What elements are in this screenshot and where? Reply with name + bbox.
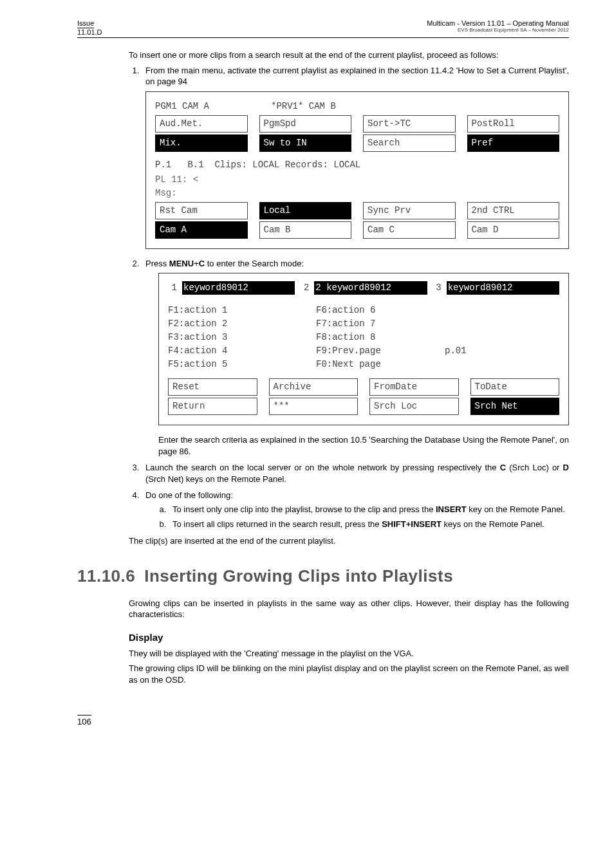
step2-c: C bbox=[199, 259, 205, 268]
issue-label: Issue bbox=[77, 19, 94, 28]
btn-stars[interactable]: *** bbox=[269, 398, 358, 415]
btn-cam-a[interactable]: Cam A bbox=[155, 221, 248, 239]
action-f4[interactable]: F4:action 4 bbox=[168, 344, 316, 358]
step4b-b: keys on the Remote Panel. bbox=[442, 519, 544, 529]
kw-field1[interactable]: keyword89012 bbox=[182, 281, 295, 295]
display-subheading: Display bbox=[129, 632, 569, 643]
btn-audmet[interactable]: Aud.Met. bbox=[155, 115, 248, 133]
step-2: Press MENU+C to enter the Search mode: 1… bbox=[142, 258, 569, 457]
step-4a: To insert only one clip into the playlis… bbox=[169, 504, 569, 515]
btn-return[interactable]: Return bbox=[168, 398, 257, 415]
kw-field2[interactable]: 2 keyword89012 bbox=[314, 281, 427, 295]
step2-menu: MENU bbox=[169, 259, 194, 268]
step4-text: Do one of the following: bbox=[145, 490, 233, 500]
display-paragraph-1: They will be displayed with the 'Creatin… bbox=[129, 648, 569, 660]
btn-srch-loc[interactable]: Srch Loc bbox=[369, 398, 459, 415]
section-title: Inserting Growing Clips into Playlists bbox=[144, 566, 453, 586]
btn-reset[interactable]: Reset bbox=[168, 378, 257, 396]
btn-archive[interactable]: Archive bbox=[269, 378, 358, 396]
section-number: 11.10.6 bbox=[77, 566, 135, 586]
btn-local[interactable]: Local bbox=[259, 202, 352, 219]
step-1: From the main menu, activate the current… bbox=[142, 65, 569, 249]
page-number: 106 bbox=[77, 715, 91, 726]
section-intro: Growing clips can be inserted in playlis… bbox=[129, 598, 569, 620]
action-f9[interactable]: F9:Prev.page bbox=[316, 344, 445, 358]
btn-fromdate[interactable]: FromDate bbox=[369, 378, 459, 396]
conclusion-paragraph: The clip(s) are inserted at the end of t… bbox=[129, 535, 569, 547]
kw-field2-prefix: 2 bbox=[300, 281, 309, 295]
msg-line: Msg: bbox=[155, 187, 559, 200]
btn-cam-d[interactable]: Cam D bbox=[467, 221, 560, 239]
action-f2[interactable]: F2:action 2 bbox=[168, 317, 316, 331]
step-4b: To insert all clips returned in the sear… bbox=[169, 519, 569, 530]
after-panel2-note: Enter the search criteria as explained i… bbox=[158, 434, 569, 457]
step2-post: to enter the Search mode: bbox=[205, 259, 304, 268]
step3-key-d: D bbox=[563, 463, 569, 472]
kw-field3[interactable]: keyword89012 bbox=[447, 281, 559, 295]
panel-head-mid: *PRV1* CAM B bbox=[271, 100, 336, 113]
btn-pgmspd[interactable]: PgmSpd bbox=[259, 115, 352, 133]
step2-plus: + bbox=[194, 259, 199, 268]
step4a-a: To insert only one clip into the playlis… bbox=[172, 504, 436, 514]
page-header: Issue 11.01.D Multicam - Version 11.01 –… bbox=[77, 19, 569, 38]
step4a-key: INSERT bbox=[436, 504, 467, 514]
btn-2nd-ctrl[interactable]: 2nd CTRL bbox=[467, 202, 560, 219]
doc-subtitle: EVS Broadcast Equipment SA – November 20… bbox=[427, 27, 569, 33]
intro-paragraph: To insert one or more clips from a searc… bbox=[129, 50, 569, 61]
step-4: Do one of the following: To insert only … bbox=[142, 490, 569, 530]
btn-cam-b[interactable]: Cam B bbox=[259, 221, 352, 239]
action-f5[interactable]: F5:action 5 bbox=[168, 358, 316, 371]
btn-rst-cam[interactable]: Rst Cam bbox=[155, 202, 248, 219]
remote-panel-main: PGM1 CAM A *PRV1* CAM B Aud.Met. PgmSpd … bbox=[145, 91, 569, 249]
action-f8[interactable]: F8:action 8 bbox=[316, 331, 445, 344]
step4b-key: SHIFT+INSERT bbox=[382, 519, 442, 529]
action-f1[interactable]: F1:action 1 bbox=[168, 304, 316, 317]
remote-panel-search: 1 keyword89012 2 2 keyword89012 3 keywor… bbox=[158, 273, 569, 425]
doc-title: Multicam - Version 11.01 – Operating Man… bbox=[427, 19, 569, 27]
section-heading: 11.10.6Inserting Growing Clips into Play… bbox=[77, 566, 569, 586]
step4b-a: To insert all clips returned in the sear… bbox=[172, 519, 382, 529]
btn-pref[interactable]: Pref bbox=[467, 134, 560, 152]
btn-todate[interactable]: ToDate bbox=[470, 378, 560, 396]
step3-c: (Srch Net) keys on the Remote Panel. bbox=[145, 474, 286, 484]
btn-mix[interactable]: Mix. bbox=[155, 134, 248, 152]
step3-b: (Srch Loc) or bbox=[506, 463, 563, 472]
pl-line: PL 11: < bbox=[155, 173, 559, 187]
action-f3[interactable]: F3:action 3 bbox=[168, 331, 316, 344]
step-1-text: From the main menu, activate the current… bbox=[145, 66, 569, 87]
action-f6[interactable]: F6:action 6 bbox=[316, 304, 445, 317]
header-issue-block: Issue 11.01.D bbox=[77, 19, 102, 36]
action-f7[interactable]: F7:action 7 bbox=[316, 317, 445, 331]
step3-a: Launch the search on the local server or… bbox=[145, 463, 500, 472]
header-doc-block: Multicam - Version 11.01 – Operating Man… bbox=[427, 19, 569, 33]
page-indicator: p.01 bbox=[445, 344, 559, 358]
btn-sort-tc[interactable]: Sort->TC bbox=[363, 115, 456, 133]
display-paragraph-2: The growing clips ID will be blinking on… bbox=[129, 663, 569, 685]
step2-pre: Press bbox=[145, 259, 169, 268]
step4-sublist: To insert only one clip into the playlis… bbox=[145, 504, 569, 530]
btn-sw-to-in[interactable]: Sw to IN bbox=[259, 134, 352, 152]
action-f0[interactable]: F0:Next page bbox=[316, 358, 445, 371]
issue-value: 11.01.D bbox=[77, 28, 102, 36]
kw-field1-num: 1 bbox=[168, 281, 177, 295]
btn-srch-net[interactable]: Srch Net bbox=[470, 398, 560, 415]
panel-head-left: PGM1 CAM A bbox=[155, 100, 271, 113]
step3-key-c: C bbox=[500, 463, 506, 472]
btn-postroll[interactable]: PostRoll bbox=[467, 115, 560, 133]
btn-search[interactable]: Search bbox=[363, 134, 456, 152]
steps-list: From the main menu, activate the current… bbox=[129, 65, 569, 530]
kw-field3-num: 3 bbox=[433, 281, 442, 295]
btn-cam-c[interactable]: Cam C bbox=[363, 221, 456, 239]
step4a-b: key on the Remote Panel. bbox=[467, 504, 565, 514]
clips-records-line: P.1 B.1 Clips: LOCAL Records: LOCAL bbox=[155, 158, 559, 172]
btn-sync-prv[interactable]: Sync Prv bbox=[363, 202, 456, 219]
step-3: Launch the search on the local server or… bbox=[142, 462, 569, 485]
